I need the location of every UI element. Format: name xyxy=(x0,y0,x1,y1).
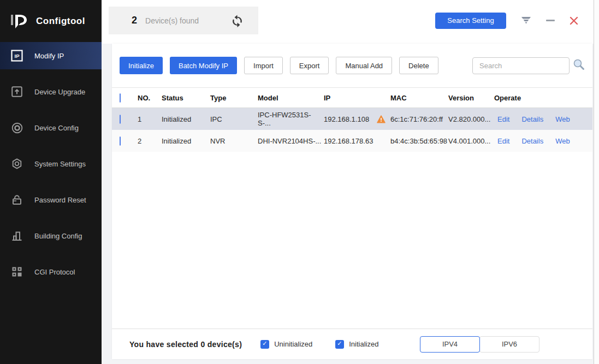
sidebar-item-password-reset[interactable]: Password Reset xyxy=(0,186,102,213)
col-header-version: Version xyxy=(448,94,494,102)
initialize-button[interactable]: Initialize xyxy=(120,57,163,74)
device-count-box: 2 Device(s) found xyxy=(109,7,258,34)
edit-link[interactable]: Edit xyxy=(497,115,509,123)
selected-count: 0 xyxy=(200,340,205,349)
import-button[interactable]: Import xyxy=(244,57,283,74)
ip-badge-icon: IP xyxy=(11,50,23,62)
main-area: 2 Device(s) found Search Setting xyxy=(102,0,599,364)
initialized-checkbox[interactable] xyxy=(335,340,344,349)
device-count: 2 xyxy=(132,15,137,26)
search-input[interactable] xyxy=(472,57,570,74)
search-setting-button[interactable]: Search Setting xyxy=(435,13,506,29)
cell-no: 2 xyxy=(138,137,162,145)
cell-type: NVR xyxy=(210,137,258,145)
cell-no: 1 xyxy=(138,115,162,123)
cell-ip: 192.168.1.108 xyxy=(324,115,373,123)
details-link[interactable]: Details xyxy=(521,115,543,123)
table-empty-space xyxy=(112,152,592,329)
target-circles-icon xyxy=(11,122,23,134)
search-group xyxy=(472,57,585,74)
sidebar-item-label: Building Config xyxy=(34,232,82,240)
app-logo: Configtool xyxy=(0,0,102,42)
lock-icon xyxy=(11,194,23,206)
qr-grid-icon xyxy=(11,266,23,278)
filter-dropdown-icon[interactable] xyxy=(521,16,531,25)
cell-status: Initialized xyxy=(162,115,210,123)
sidebar: Configtool IP Modify IP Device Upgrade D… xyxy=(0,0,102,364)
sidebar-item-label: Device Upgrade xyxy=(34,88,85,96)
col-header-ip: IP xyxy=(324,94,373,102)
vertical-scrollbar[interactable] xyxy=(594,0,599,364)
details-link[interactable]: Details xyxy=(521,137,543,145)
topbar: 2 Device(s) found Search Setting xyxy=(102,0,594,44)
sidebar-item-device-upgrade[interactable]: Device Upgrade xyxy=(0,78,102,105)
col-header-no: NO. xyxy=(138,94,162,102)
cell-type: IPC xyxy=(210,115,258,123)
export-button[interactable]: Export xyxy=(290,57,329,74)
uninitialized-label: Uninitialized xyxy=(274,340,312,348)
row-checkbox[interactable] xyxy=(120,115,121,124)
row-checkbox[interactable] xyxy=(120,136,121,146)
app-title: Configtool xyxy=(36,16,85,27)
ip-version-toggle: IPV4 IPV6 xyxy=(420,336,539,353)
cell-model: IPC-HFW2531S-S-... xyxy=(258,111,324,127)
building-bars-icon xyxy=(11,230,23,242)
selected-count-text: You have selected 0 device(s) xyxy=(129,340,242,349)
table-row[interactable]: 1 Initialized IPC IPC-HFW2531S-S-... 192… xyxy=(112,108,592,130)
sidebar-nav: IP Modify IP Device Upgrade Device Confi… xyxy=(0,42,102,294)
close-icon[interactable] xyxy=(570,16,578,25)
action-toolbar: Initialize Batch Modify IP Import Export… xyxy=(112,44,592,87)
manual-add-button[interactable]: Manual Add xyxy=(336,57,392,74)
col-header-mac: MAC xyxy=(373,94,448,102)
edit-link[interactable]: Edit xyxy=(497,137,509,145)
sidebar-item-modify-ip[interactable]: IP Modify IP xyxy=(0,42,102,69)
cell-ip: 192.168.178.63 xyxy=(324,137,373,145)
sidebar-item-cgi-protocol[interactable]: CGI Protocol xyxy=(0,258,102,285)
sidebar-item-system-settings[interactable]: System Settings xyxy=(0,150,102,177)
col-header-type: Type xyxy=(210,94,258,102)
col-header-status: Status xyxy=(162,94,210,102)
app-window: Configtool IP Modify IP Device Upgrade D… xyxy=(0,0,599,364)
gear-nut-icon xyxy=(11,158,23,170)
batch-modify-ip-button[interactable]: Batch Modify IP xyxy=(170,57,237,74)
window-controls: Search Setting xyxy=(435,13,594,29)
device-list-card: Initialize Batch Modify IP Import Export… xyxy=(112,44,592,359)
col-header-model: Model xyxy=(258,94,324,102)
cell-status: Initialized xyxy=(162,137,210,145)
refresh-icon[interactable] xyxy=(230,13,245,28)
initialized-label: Initialized xyxy=(349,340,378,348)
device-found-label: Device(s) found xyxy=(145,16,199,25)
cell-model: DHI-NVR2104HS-... xyxy=(258,137,324,145)
selection-footer: You have selected 0 device(s) Uninitiali… xyxy=(112,329,592,359)
uninitialized-filter: Uninitialized xyxy=(260,340,312,349)
sidebar-item-label: Modify IP xyxy=(34,52,64,60)
col-header-operate: Operate xyxy=(494,94,592,102)
table-header-row: NO. Status Type Model IP MAC Version Ope… xyxy=(112,87,592,108)
minimize-icon[interactable] xyxy=(546,20,555,21)
sidebar-item-device-config[interactable]: Device Config xyxy=(0,114,102,141)
cell-version: V4.001.000... xyxy=(448,137,494,145)
sidebar-item-label: System Settings xyxy=(34,160,86,168)
selected-prefix: You have selected xyxy=(129,340,198,349)
dahua-logo-icon xyxy=(10,14,30,28)
cell-mac-text: 6c:1c:71:76:20:ff xyxy=(390,115,443,123)
sidebar-item-label: Password Reset xyxy=(34,196,86,204)
search-icon[interactable] xyxy=(573,58,585,73)
svg-text:IP: IP xyxy=(15,53,20,59)
uninitialized-checkbox[interactable] xyxy=(260,340,269,349)
sidebar-item-label: Device Config xyxy=(34,124,79,132)
ipv4-button[interactable]: IPV4 xyxy=(420,336,480,353)
selected-suffix: device(s) xyxy=(207,340,242,349)
select-all-checkbox[interactable] xyxy=(120,93,121,103)
sidebar-item-building-config[interactable]: Building Config xyxy=(0,222,102,249)
web-link[interactable]: Web xyxy=(555,115,570,123)
table-row[interactable]: 2 Initialized NVR DHI-NVR2104HS-... 192.… xyxy=(112,130,592,152)
delete-button[interactable]: Delete xyxy=(399,57,438,74)
cell-mac-text: b4:4c:3b:5d:65:98 xyxy=(390,137,447,145)
web-link[interactable]: Web xyxy=(555,137,570,145)
sidebar-item-label: CGI Protocol xyxy=(34,268,75,276)
ipv6-button[interactable]: IPV6 xyxy=(479,336,539,353)
cell-version: V2.820.000... xyxy=(448,115,494,123)
warning-icon xyxy=(377,115,386,123)
initialized-filter: Initialized xyxy=(335,340,378,349)
